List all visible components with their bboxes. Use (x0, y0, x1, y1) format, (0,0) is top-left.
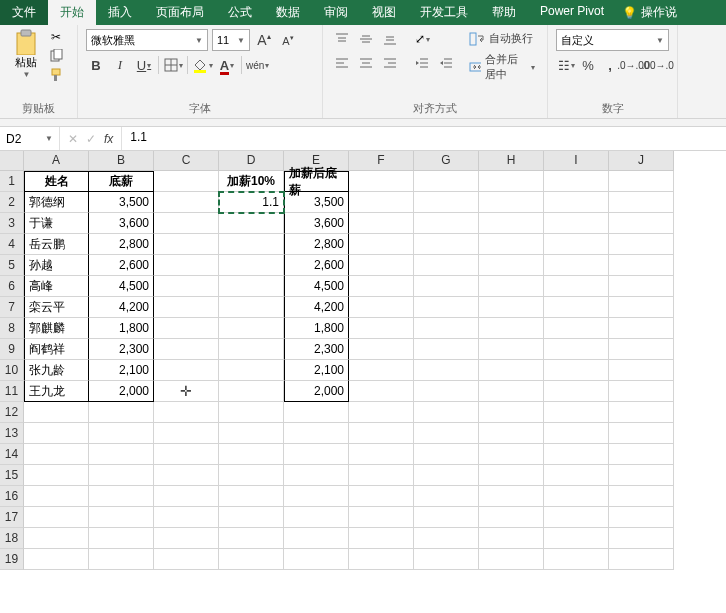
cell-C10[interactable] (154, 360, 219, 381)
cell-A4[interactable]: 岳云鹏 (24, 234, 89, 255)
underline-button[interactable]: U▾ (134, 55, 154, 75)
row-header-18[interactable]: 18 (0, 528, 24, 549)
cell-A9[interactable]: 阎鹤祥 (24, 339, 89, 360)
cell-A19[interactable] (24, 549, 89, 570)
cell-I17[interactable] (544, 507, 609, 528)
cell-B4[interactable]: 2,800 (89, 234, 154, 255)
cell-D15[interactable] (219, 465, 284, 486)
cell-E3[interactable]: 3,600 (284, 213, 349, 234)
cell-D14[interactable] (219, 444, 284, 465)
paste-button[interactable]: 粘贴 ▼ (8, 29, 44, 79)
cell-A7[interactable]: 栾云平 (24, 297, 89, 318)
cell-I6[interactable] (544, 276, 609, 297)
cell-C19[interactable] (154, 549, 219, 570)
tab-powerpivot[interactable]: Power Pivot (528, 0, 616, 25)
tab-view[interactable]: 视图 (360, 0, 408, 25)
row-header-4[interactable]: 4 (0, 234, 24, 255)
cell-E14[interactable] (284, 444, 349, 465)
cell-G6[interactable] (414, 276, 479, 297)
cell-J4[interactable] (609, 234, 674, 255)
font-name-select[interactable]: 微软雅黑▼ (86, 29, 208, 51)
cell-F15[interactable] (349, 465, 414, 486)
cell-A6[interactable]: 高峰 (24, 276, 89, 297)
cell-D18[interactable] (219, 528, 284, 549)
cell-I7[interactable] (544, 297, 609, 318)
cell-C7[interactable] (154, 297, 219, 318)
cell-F16[interactable] (349, 486, 414, 507)
cell-J3[interactable] (609, 213, 674, 234)
cell-J10[interactable] (609, 360, 674, 381)
cell-G16[interactable] (414, 486, 479, 507)
cell-I5[interactable] (544, 255, 609, 276)
cell-E9[interactable]: 2,300 (284, 339, 349, 360)
tab-data[interactable]: 数据 (264, 0, 312, 25)
col-header-J[interactable]: J (609, 151, 674, 171)
cell-E4[interactable]: 2,800 (284, 234, 349, 255)
cell-H15[interactable] (479, 465, 544, 486)
cell-C4[interactable] (154, 234, 219, 255)
cell-E19[interactable] (284, 549, 349, 570)
cell-D17[interactable] (219, 507, 284, 528)
cell-H19[interactable] (479, 549, 544, 570)
cell-A13[interactable] (24, 423, 89, 444)
cell-B6[interactable]: 4,500 (89, 276, 154, 297)
align-left-button[interactable] (331, 53, 353, 73)
cell-I19[interactable] (544, 549, 609, 570)
cell-E2[interactable]: 3,500 (284, 192, 349, 213)
decrease-font-button[interactable]: A▾ (278, 30, 298, 50)
cell-D19[interactable] (219, 549, 284, 570)
cell-A12[interactable] (24, 402, 89, 423)
cell-G10[interactable] (414, 360, 479, 381)
cell-B15[interactable] (89, 465, 154, 486)
cell-F3[interactable] (349, 213, 414, 234)
cell-G13[interactable] (414, 423, 479, 444)
row-header-17[interactable]: 17 (0, 507, 24, 528)
cell-A18[interactable] (24, 528, 89, 549)
cell-I1[interactable] (544, 171, 609, 192)
cell-C1[interactable] (154, 171, 219, 192)
cell-I9[interactable] (544, 339, 609, 360)
cell-I12[interactable] (544, 402, 609, 423)
cell-I11[interactable] (544, 381, 609, 402)
cell-H16[interactable] (479, 486, 544, 507)
cell-G7[interactable] (414, 297, 479, 318)
decrease-decimal-button[interactable]: .00→.0 (647, 55, 670, 75)
cell-I8[interactable] (544, 318, 609, 339)
tab-layout[interactable]: 页面布局 (144, 0, 216, 25)
cell-D3[interactable] (219, 213, 284, 234)
cut-button[interactable]: ✂ (48, 29, 64, 45)
cell-J11[interactable] (609, 381, 674, 402)
cell-J8[interactable] (609, 318, 674, 339)
spreadsheet-grid[interactable]: ABCDEFGHIJ1姓名底薪加薪10%加薪后底薪2郭德纲3,5001.13,5… (0, 151, 726, 570)
cell-B5[interactable]: 2,600 (89, 255, 154, 276)
cell-A10[interactable]: 张九龄 (24, 360, 89, 381)
cell-I16[interactable] (544, 486, 609, 507)
cell-H10[interactable] (479, 360, 544, 381)
cell-J1[interactable] (609, 171, 674, 192)
cell-C3[interactable] (154, 213, 219, 234)
col-header-C[interactable]: C (154, 151, 219, 171)
cell-J13[interactable] (609, 423, 674, 444)
fx-icon[interactable]: fx (104, 132, 113, 146)
row-header-11[interactable]: 11 (0, 381, 24, 402)
cell-C6[interactable] (154, 276, 219, 297)
cell-E17[interactable] (284, 507, 349, 528)
cell-J16[interactable] (609, 486, 674, 507)
cell-B19[interactable] (89, 549, 154, 570)
cell-H4[interactable] (479, 234, 544, 255)
tell-me-button[interactable]: 💡 操作说 (616, 0, 683, 25)
cell-C13[interactable] (154, 423, 219, 444)
row-header-8[interactable]: 8 (0, 318, 24, 339)
cell-G9[interactable] (414, 339, 479, 360)
cell-H14[interactable] (479, 444, 544, 465)
cell-E18[interactable] (284, 528, 349, 549)
cell-C12[interactable] (154, 402, 219, 423)
cell-A11[interactable]: 王九龙 (24, 381, 89, 402)
cell-D5[interactable] (219, 255, 284, 276)
align-middle-button[interactable] (355, 29, 377, 49)
cell-F9[interactable] (349, 339, 414, 360)
cell-E10[interactable]: 2,100 (284, 360, 349, 381)
cell-H18[interactable] (479, 528, 544, 549)
cell-B13[interactable] (89, 423, 154, 444)
cell-E8[interactable]: 1,800 (284, 318, 349, 339)
